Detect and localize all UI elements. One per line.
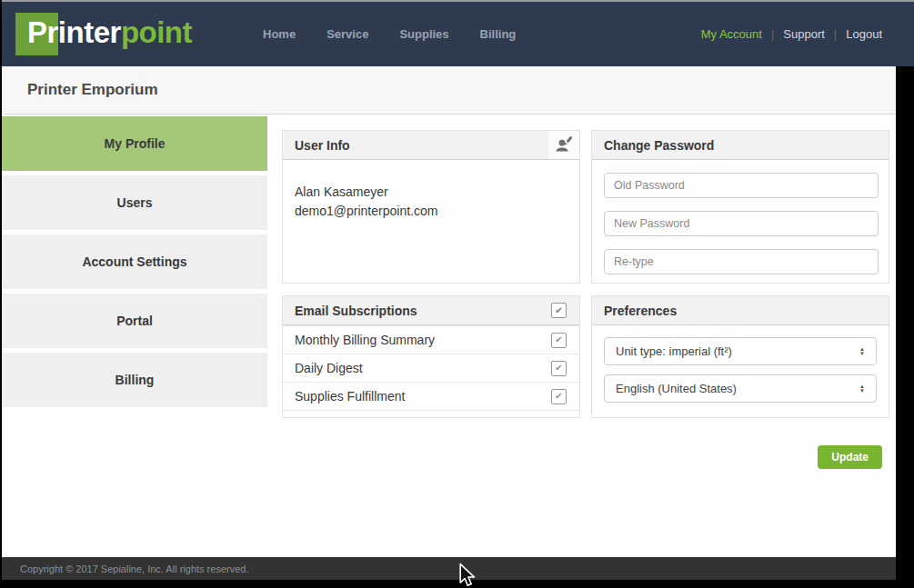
page-title: Printer Emporium [27, 81, 158, 99]
checkmark-icon: ✔ [555, 335, 562, 344]
user-name: Alan Kasameyer [295, 183, 567, 202]
sidebar-item-users[interactable]: Users [2, 175, 267, 230]
panel-bottom-spacer [283, 410, 579, 417]
nav-menu: Home Service Supplies Billing [263, 27, 516, 41]
logout-link[interactable]: Logout [846, 27, 882, 41]
select-spinner-icon: ▲ ▼ [859, 347, 865, 356]
nav-item-home[interactable]: Home [263, 27, 296, 41]
nav-item-billing[interactable]: Billing [480, 27, 517, 41]
nav-account-area: My Account | Support | Logout [701, 27, 882, 41]
update-button[interactable]: Update [818, 445, 882, 469]
old-password-input[interactable] [604, 173, 879, 198]
top-navbar: Printerpoint Home Service Supplies Billi… [0, 2, 914, 66]
subscription-row-monthly-billing: Monthly Billing Summary ✔ [283, 325, 579, 354]
sidebar-item-billing[interactable]: Billing [2, 353, 267, 407]
support-link[interactable]: Support [783, 27, 825, 41]
sidebar-item-my-profile[interactable]: My Profile [2, 116, 267, 171]
email-subscriptions-header: Email Subscriptions ✔ [283, 296, 579, 325]
user-info-header: User Info [283, 131, 579, 160]
nav-divider: | [771, 27, 774, 41]
user-info-panel: User Info Alan Kas [282, 130, 580, 284]
new-password-input[interactable] [604, 211, 879, 236]
checkmark-icon: ✔ [555, 392, 562, 401]
main-panels: User Info Alan Kas [282, 115, 889, 557]
preferences-body: Unit type: imperial (ft²) ▲ ▼ English (U… [592, 325, 889, 414]
change-password-title: Change Password [604, 138, 714, 153]
user-edit-icon [555, 135, 574, 155]
printerpoint-logo[interactable]: Printerpoint [15, 13, 172, 56]
nav-item-service[interactable]: Service [326, 27, 368, 41]
copyright-text: Copyright © 2017 Sepialine, Inc. All rig… [20, 563, 248, 574]
sidebar-item-portal[interactable]: Portal [2, 294, 267, 348]
subscription-row-daily-digest: Daily Digest ✔ [283, 354, 579, 382]
logo-text-white: Printer [27, 15, 121, 49]
window-bottom-border [0, 580, 914, 588]
unit-type-select[interactable]: Unit type: imperial (ft²) ▲ ▼ [604, 337, 877, 365]
user-email: demo1@printerpoint.com [295, 202, 567, 221]
subscription-label: Monthly Billing Summary [295, 333, 435, 347]
logo-text-green: point [121, 15, 192, 49]
my-account-link[interactable]: My Account [701, 27, 762, 41]
content-area: My Profile Users Account Settings Portal… [2, 115, 914, 557]
footer-bar: Copyright © 2017 Sepialine, Inc. All rig… [2, 557, 896, 580]
nav-divider: | [834, 27, 837, 41]
subscription-row-supplies-fulfillment: Supplies Fulfillment ✔ [283, 382, 579, 410]
spinner-down-icon: ▼ [859, 352, 865, 356]
daily-digest-checkbox[interactable]: ✔ [551, 361, 567, 376]
monthly-billing-checkbox[interactable]: ✔ [551, 333, 567, 348]
email-subscriptions-title: Email Subscriptions [295, 304, 417, 318]
language-value: English (United States) [616, 382, 737, 395]
subscribe-all-checkbox[interactable]: ✔ [551, 303, 567, 318]
retype-password-input[interactable] [604, 249, 879, 274]
preferences-title: Preferences [604, 304, 677, 318]
preferences-header: Preferences [592, 296, 889, 325]
preferences-panel: Preferences Unit type: imperial (ft²) ▲ … [591, 295, 889, 418]
edit-user-button[interactable] [548, 131, 579, 159]
update-button-row: Update [591, 445, 889, 469]
sidebar: My Profile Users Account Settings Portal… [2, 115, 267, 557]
window-left-border [0, 0, 2, 588]
sidebar-item-account-settings[interactable]: Account Settings [2, 234, 267, 289]
page-header: Printer Emporium [2, 66, 914, 115]
user-info-body: Alan Kasameyer demo1@printerpoint.com [283, 160, 579, 221]
window-right-border [896, 66, 914, 588]
unit-type-value: Unit type: imperial (ft²) [616, 344, 732, 358]
nav-item-supplies[interactable]: Supplies [399, 27, 448, 41]
checkmark-icon: ✔ [555, 364, 562, 373]
subscription-label: Supplies Fulfillment [295, 389, 405, 404]
email-subscriptions-panel: Email Subscriptions ✔ Monthly Billing Su… [282, 295, 580, 418]
supplies-fulfillment-checkbox[interactable]: ✔ [551, 389, 567, 404]
checkmark-icon: ✔ [555, 306, 562, 315]
change-password-panel: Change Password [591, 130, 889, 284]
subscription-label: Daily Digest [295, 361, 363, 375]
logo-text: Printerpoint [27, 15, 192, 50]
select-spinner-icon: ▲ ▼ [859, 384, 865, 394]
change-password-header: Change Password [592, 131, 889, 160]
language-select[interactable]: English (United States) ▲ ▼ [604, 374, 877, 403]
spinner-down-icon: ▼ [859, 389, 865, 394]
user-info-title: User Info [295, 138, 350, 153]
